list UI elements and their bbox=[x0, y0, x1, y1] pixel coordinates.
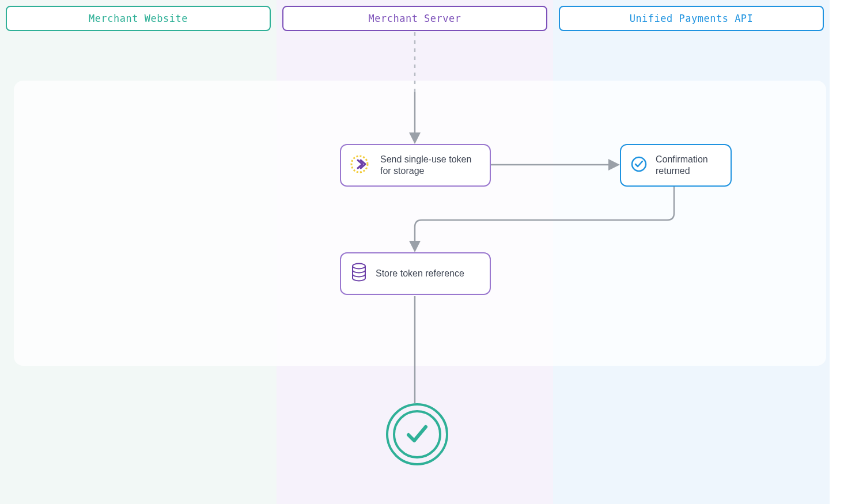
database-icon bbox=[350, 263, 368, 285]
coin-forward-icon bbox=[350, 153, 372, 177]
flow-card bbox=[14, 81, 826, 366]
node-label: Confirmation returned bbox=[656, 154, 719, 177]
node-store-token-reference: Store token reference bbox=[340, 252, 491, 295]
lane-header-payments-api: Unified Payments API bbox=[559, 6, 824, 31]
node-label: Store token reference bbox=[376, 268, 464, 279]
lane-header-merchant-website: Merchant Website bbox=[6, 6, 271, 31]
node-label: Send single-use token for storage bbox=[380, 154, 472, 177]
end-success-icon bbox=[386, 403, 448, 465]
node-send-token: Send single-use token for storage bbox=[340, 144, 491, 187]
svg-point-6 bbox=[353, 264, 365, 269]
check-circle-icon bbox=[630, 156, 648, 175]
node-confirmation-returned: Confirmation returned bbox=[620, 144, 732, 187]
lane-header-merchant-server: Merchant Server bbox=[282, 6, 547, 31]
